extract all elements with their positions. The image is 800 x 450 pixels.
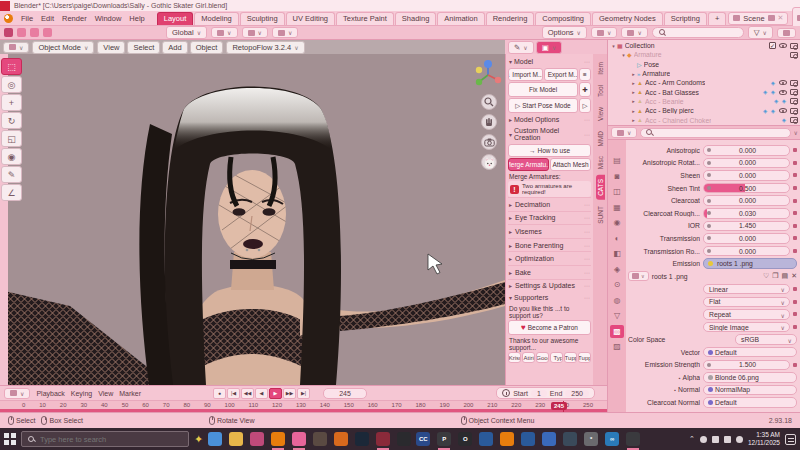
select-box-tool[interactable]: ⬚ (1, 58, 22, 75)
sidebar-tab[interactable]: Tool (596, 81, 605, 101)
taskbar-app-icon[interactable] (626, 432, 640, 446)
workspace-tab[interactable]: Scripting (664, 12, 707, 25)
move-tool[interactable]: + (1, 94, 22, 111)
properties-tab-icon[interactable]: ◐ (610, 232, 624, 245)
animate-property-dot[interactable] (793, 211, 797, 215)
pan-hand-button[interactable] (481, 114, 497, 130)
sidebar-tab[interactable]: Misc (596, 152, 605, 173)
outliner-item-label[interactable]: Acc - Belly pierc (645, 107, 694, 114)
property-slider[interactable]: 0.000 (703, 233, 790, 244)
copy-datablock-icon[interactable]: ❐ (772, 272, 778, 280)
play-reverse-button[interactable]: ◀ (255, 388, 268, 399)
export-model-button[interactable]: ↑Export M... (544, 68, 579, 81)
start-button-icon[interactable] (4, 433, 16, 445)
taskbar-app-icon[interactable] (250, 432, 264, 446)
normal-field[interactable]: NormalMap (703, 385, 797, 396)
outliner-row[interactable]: ▾ ◆ Armature ✓ (608, 50, 800, 59)
hide-eye-icon[interactable] (779, 43, 787, 48)
workspace-tab[interactable]: Geometry Nodes (592, 12, 663, 25)
disclosure-triangle-icon[interactable]: ▸ (630, 71, 637, 77)
properties-tab-icon[interactable]: ◉ (610, 216, 624, 229)
blender-logo-icon[interactable] (4, 14, 13, 23)
workspace-tab[interactable]: Rendering (486, 12, 535, 25)
import-model-button[interactable]: ↓Import M... (508, 68, 543, 81)
properties-tab-icon[interactable]: ▨ (610, 340, 624, 353)
animate-property-dot[interactable] (793, 236, 797, 240)
timeline-menu[interactable]: Keying (68, 390, 95, 397)
transform-tool[interactable]: ◉ (1, 148, 22, 165)
sidebar-tab[interactable]: SUNT (596, 202, 605, 228)
animate-property-dot[interactable] (793, 224, 797, 228)
editor-type-button[interactable] (3, 42, 29, 53)
animate-property-dot[interactable] (793, 249, 797, 253)
annotate-tool[interactable]: ✎ (1, 166, 22, 183)
properties-tab-icon[interactable]: ▩ (610, 325, 624, 338)
unlink-icon[interactable]: ✕ (778, 14, 784, 22)
disclosure-triangle-icon[interactable]: ▸ (630, 89, 637, 95)
workspace-tab[interactable]: Texture Paint (336, 12, 394, 25)
menu-item[interactable]: Help (125, 13, 148, 24)
outliner-item-label[interactable]: Pose (644, 61, 660, 68)
cats-section-header[interactable]: Eye Tracking (508, 211, 591, 225)
clearcoat-normal-field[interactable]: Default (703, 397, 797, 408)
supporter-chip[interactable]: Atirion (522, 352, 535, 363)
property-slider[interactable]: 0.000 (703, 145, 790, 156)
outliner-row[interactable]: ▸ ▲ Acc - Arm Condoms ◈ ✓ (608, 78, 800, 87)
properties-tab-icon[interactable]: ▽ (610, 309, 624, 322)
fake-user-shield-icon[interactable]: ♡ (763, 272, 769, 280)
outliner-item-label[interactable]: Acc - Arm Condoms (645, 79, 705, 86)
outliner-row[interactable]: ▸ ▲ Acc - Bat Glasses ◈ ◈ ✓ (608, 87, 800, 96)
animate-property-dot[interactable] (793, 312, 797, 316)
end-frame-field[interactable]: 250 (565, 390, 589, 397)
property-slider[interactable]: 0.000 (703, 195, 790, 206)
alpha-field[interactable]: Blonde 06.png (703, 372, 797, 383)
custom-model-header[interactable]: Custom Model Creation (508, 125, 591, 143)
animate-property-dot[interactable] (793, 363, 797, 367)
supporter-chip[interactable]: Google (536, 352, 549, 363)
sidebar-tab[interactable]: CATS (596, 175, 605, 200)
supporter-chip[interactable]: Typo (550, 352, 563, 363)
overlay-toggle[interactable]: ▣ (536, 41, 563, 54)
menu-item[interactable]: File (17, 13, 37, 24)
properties-tab-icon[interactable]: ▦ (610, 201, 624, 214)
disclosure-triangle-icon[interactable]: ▸ (630, 98, 637, 104)
animate-property-dot[interactable] (793, 325, 797, 329)
notification-center-icon[interactable] (785, 434, 796, 445)
merge-armatures-tab[interactable]: Merge Armatu... (508, 158, 549, 171)
taskbar-app-icon[interactable] (500, 432, 514, 446)
taskbar-app-icon[interactable] (397, 432, 411, 446)
start-pose-mode-button[interactable]: ▷Start Pose Mode (508, 98, 578, 113)
fix-settings-icon[interactable]: ✚ (579, 82, 591, 97)
viewport-menu[interactable]: Select (127, 41, 160, 54)
taskbar-app-icon[interactable] (292, 432, 306, 446)
timeline-menu[interactable]: View (95, 390, 116, 397)
taskbar-app-icon[interactable] (208, 432, 222, 446)
taskbar-app-icon[interactable] (271, 432, 285, 446)
supporters-header[interactable]: Supporters (508, 292, 591, 303)
workspace-tab[interactable]: Shading (395, 12, 437, 25)
cursor-tool[interactable]: ◎ (1, 76, 22, 93)
taskbar-search[interactable] (21, 431, 189, 447)
jump-end-button[interactable]: ▶| (297, 388, 310, 399)
properties-tab-icon[interactable]: ▤ (610, 154, 624, 167)
cats-section-header[interactable]: Bake (508, 265, 591, 279)
cats-section-header[interactable]: Optimization (508, 251, 591, 265)
property-slider[interactable]: 0.000 (703, 246, 790, 257)
viewport-menu[interactable]: View (97, 41, 125, 54)
outliner-row[interactable]: ▸ ▲ Acc - Beanie ◈ ◈ ✓ (608, 97, 800, 106)
open-image-folder-icon[interactable]: ▤ (782, 272, 789, 280)
editor-type-dropdown[interactable] (591, 27, 617, 38)
become-patron-button[interactable]: ♥Become a Patron (508, 320, 591, 335)
tray-expand-icon[interactable]: ⌃ (689, 435, 695, 443)
vector-field[interactable]: Default (703, 347, 797, 358)
menu-item[interactable]: Window (91, 13, 126, 24)
properties-tab-icon[interactable]: ◈ (610, 263, 624, 276)
menu-item[interactable]: Edit (37, 13, 58, 24)
select-subtract-icon[interactable] (43, 28, 52, 37)
start-frame-field[interactable]: 1 (531, 390, 547, 397)
attach-mesh-tab[interactable]: Attach Mesh (550, 158, 591, 171)
color-space-dropdown[interactable]: sRGB (735, 334, 797, 345)
outliner-item-label[interactable]: Armature (642, 70, 670, 77)
timeline-menu[interactable]: Marker (116, 390, 144, 397)
properties-editor-dropdown[interactable] (611, 127, 637, 138)
